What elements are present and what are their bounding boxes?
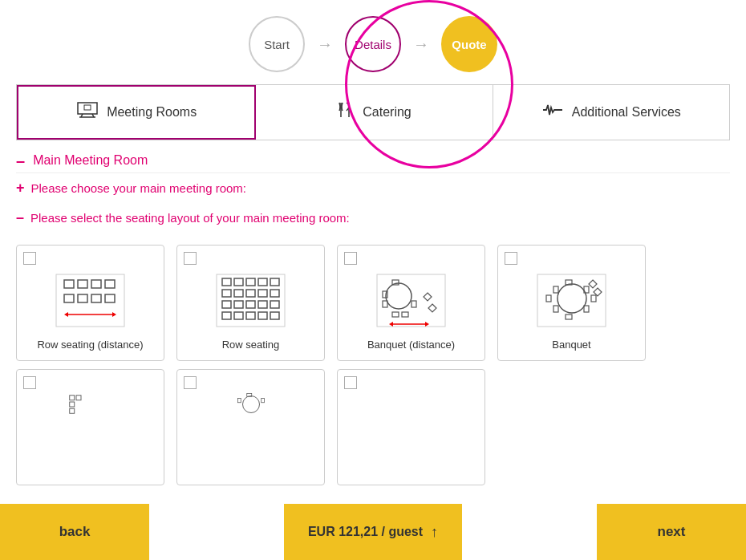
tab-meeting-rooms-label: Meeting Rooms (107, 105, 197, 120)
svg-rect-23 (258, 278, 267, 286)
svg-marker-63 (589, 280, 597, 288)
layout-checkbox-partial-1[interactable] (23, 376, 36, 389)
svg-rect-9 (78, 280, 87, 288)
layout-card-banquet-distance[interactable]: Banquet (distance) (337, 245, 485, 361)
seating-layout-subsection: – Please select the seating layout of yo… (0, 203, 746, 233)
tab-additional-services-label: Additional Services (572, 105, 681, 120)
layout-icon-row-distance (51, 268, 131, 332)
svg-rect-8 (64, 280, 74, 288)
layout-label-row-distance: Row seating (distance) (37, 339, 143, 351)
main-section-toggle[interactable]: – (16, 152, 25, 168)
layout-checkbox-row-distance[interactable] (23, 252, 36, 265)
layout-card-row-distance[interactable]: Row seating (distance) (16, 245, 164, 361)
svg-marker-17 (64, 312, 68, 317)
svg-rect-46 (402, 312, 408, 317)
layout-label-banquet: Banquet (552, 339, 590, 351)
svg-rect-57 (546, 295, 551, 302)
svg-rect-21 (234, 278, 243, 286)
additional-services-icon (541, 101, 564, 124)
svg-rect-10 (91, 280, 101, 288)
svg-rect-32 (246, 301, 255, 308)
layout-card-partial-3[interactable] (337, 369, 485, 485)
choose-room-header[interactable]: + Please choose your main meeting room: (16, 180, 730, 197)
layout-checkbox-partial-3[interactable] (344, 376, 357, 389)
svg-rect-31 (234, 301, 243, 308)
svg-rect-26 (234, 290, 243, 297)
svg-point-41 (386, 283, 412, 309)
layout-checkbox-row[interactable] (184, 252, 197, 265)
back-button[interactable]: back (0, 504, 149, 560)
layout-label-banquet-distance: Banquet (distance) (367, 339, 455, 351)
main-meeting-room-section: – Main Meeting Room (0, 140, 746, 172)
svg-rect-13 (78, 294, 87, 302)
svg-rect-66 (76, 396, 81, 400)
choose-section-toggle[interactable]: + (16, 180, 25, 197)
svg-rect-28 (258, 290, 267, 297)
layout-grid-partial (0, 369, 746, 485)
choose-section-label: Please choose your main meeting room: (31, 181, 246, 195)
layout-grid: Row seating (distance) (0, 233, 746, 373)
svg-rect-33 (258, 301, 267, 308)
step-quote[interactable]: Quote (441, 16, 497, 72)
next-button[interactable]: next (597, 504, 746, 560)
choose-room-subsection: + Please choose your main meeting room: (0, 173, 746, 203)
svg-rect-56 (553, 286, 558, 293)
svg-marker-18 (112, 312, 116, 317)
svg-point-69 (242, 396, 259, 413)
step-start[interactable]: Start (249, 16, 305, 72)
svg-rect-71 (237, 399, 241, 403)
svg-point-54 (557, 284, 586, 313)
price-arrow: ↑ (431, 524, 438, 541)
svg-rect-20 (222, 278, 231, 286)
svg-rect-35 (222, 312, 231, 319)
step-arrow: → (317, 35, 333, 54)
price-label: EUR 121,21 / guest (308, 525, 423, 539)
meeting-rooms-icon (76, 101, 99, 124)
svg-rect-14 (91, 294, 101, 302)
svg-rect-47 (412, 301, 416, 307)
svg-rect-37 (246, 312, 255, 319)
svg-rect-29 (270, 290, 279, 297)
layout-icon-banquet-distance (371, 268, 452, 332)
svg-rect-27 (246, 290, 255, 297)
layout-card-partial-2[interactable] (176, 369, 325, 485)
tab-catering[interactable]: Catering (256, 85, 493, 140)
layout-checkbox-banquet[interactable] (505, 252, 517, 265)
layout-checkbox-partial-2[interactable] (184, 376, 197, 389)
svg-rect-59 (566, 314, 572, 319)
price-button[interactable]: EUR 121,21 / guest ↑ (284, 504, 462, 560)
svg-rect-0 (78, 103, 97, 114)
layout-icon-banquet (532, 268, 612, 332)
main-meeting-room-header[interactable]: – Main Meeting Room (16, 152, 730, 168)
svg-marker-50 (425, 322, 429, 327)
svg-rect-65 (69, 396, 74, 400)
svg-rect-39 (270, 312, 279, 319)
svg-rect-24 (270, 278, 279, 286)
tab-meeting-rooms[interactable]: Meeting Rooms (17, 85, 256, 140)
bottom-bar: back EUR 121,21 / guest ↑ next (0, 504, 746, 560)
seating-section-toggle[interactable]: – (16, 209, 24, 226)
step-details[interactable]: Details (345, 16, 401, 72)
seating-section-label: Please select the seating layout of your… (30, 211, 350, 225)
seating-layout-header[interactable]: – Please select the seating layout of yo… (16, 209, 730, 226)
tab-additional-services[interactable]: Additional Services (493, 85, 729, 140)
svg-rect-38 (258, 312, 267, 319)
tabs-container: Meeting Rooms Catering Additional Servic… (16, 84, 730, 140)
svg-rect-72 (261, 399, 264, 403)
layout-card-banquet[interactable]: Banquet (497, 245, 646, 361)
svg-marker-51 (424, 293, 432, 301)
svg-rect-60 (584, 306, 589, 312)
step-arrow-2: → (413, 35, 429, 54)
svg-rect-15 (105, 294, 115, 302)
svg-rect-25 (222, 290, 231, 297)
catering-icon (337, 101, 355, 124)
svg-rect-58 (553, 306, 558, 312)
layout-checkbox-banquet-distance[interactable] (344, 252, 357, 265)
svg-rect-61 (591, 295, 596, 302)
svg-rect-22 (246, 278, 255, 286)
layout-card-row[interactable]: Row seating (176, 245, 325, 361)
svg-rect-45 (392, 312, 399, 317)
layout-card-partial-1[interactable] (16, 369, 164, 485)
svg-marker-52 (428, 304, 436, 312)
wizard-steps: Start → Details → Quote (0, 0, 746, 84)
